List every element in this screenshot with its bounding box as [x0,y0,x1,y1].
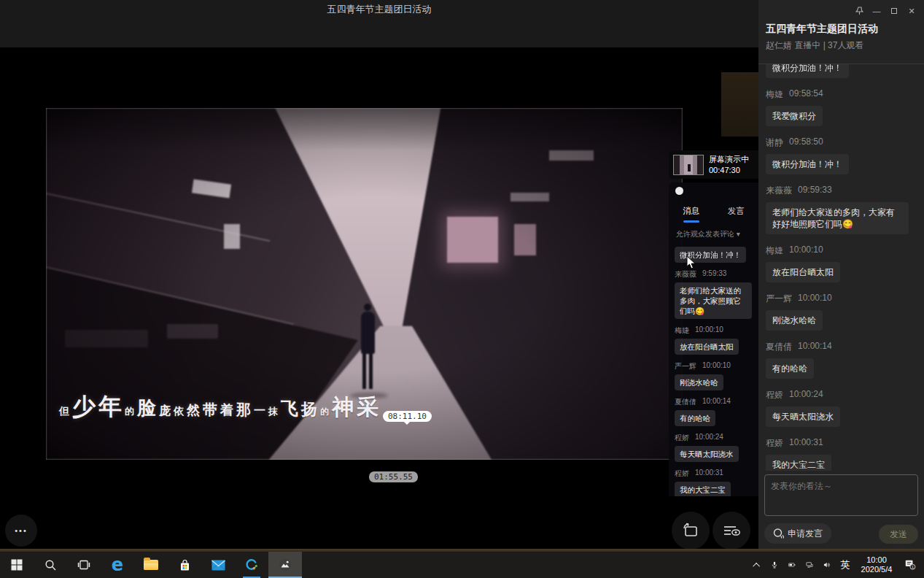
close-button[interactable]: ✕ [905,5,918,17]
message-time: 10:00:24 [695,433,723,443]
battery-tray-button[interactable] [784,552,800,578]
stream-title: 五四青年节主题团日活动 [766,23,878,36]
message-bubble: 每天晒太阳浇水 [675,446,739,462]
start-button[interactable] [0,552,34,578]
request-speak-button[interactable]: 申请发言 [764,523,831,544]
chat-message: 梅婕 10:00:10 放在阳台晒太阳 [766,244,917,282]
message-bubble: 有的哈哈 [675,410,715,426]
folder-icon [144,560,158,570]
windows-logo-icon [11,559,23,571]
sender-name: 严一辉 [766,293,792,305]
message-time: 10:00:10 [695,325,723,336]
message-time: 10:00:31 [789,437,823,450]
rotate-view-icon [682,523,699,539]
chat-message: 谢静 09:58:50 微积分加油！冲！ [766,136,917,174]
notification-center-button[interactable]: 1 [899,552,921,578]
ime-indicator[interactable]: 英 [836,552,854,578]
message-time: 10:00:31 [695,469,723,479]
sender-name: 来薇薇 [675,269,696,280]
share-preview-thumbnail [673,155,704,175]
message-bubble: 每天晒太阳浇水 [766,406,840,427]
tray-expand-button[interactable] [749,552,765,578]
tray-date: 2020/5/4 [860,565,893,574]
message-bubble: 微积分加油！冲！ [675,247,746,263]
sender-name: 梅婕 [766,244,783,257]
photo-live-icon [278,558,292,572]
chat-message: 程娇 10:00:24 每天晒太阳浇水 [675,433,753,462]
message-time: 9:59:33 [702,269,726,280]
floating-chat-panel: 消息 发言 允许观众发表评论 ▾ 微积分加油！冲！ 来薇薇 9:59:33 老师… [669,182,758,496]
task-view-icon [77,559,90,571]
status-dot-icon [675,187,683,195]
share-status-label: 屏幕演示中 [709,154,749,165]
search-button[interactable] [34,552,67,578]
sender-name: 程娇 [766,437,783,450]
tencent-meeting-button[interactable] [235,552,268,578]
store-button[interactable] [168,552,201,578]
edge-button[interactable]: e [101,552,134,578]
shared-screen-video[interactable]: 但少年的脸庞依然带着那一抹飞扬的神采 08:11.10 [46,108,683,460]
sender-name: 严一辉 [675,361,696,371]
switch-layout-button[interactable] [672,512,710,550]
message-bubble: 我的大宝二宝 [675,482,731,496]
battery-icon [788,560,796,570]
message-time: 10:00:14 [798,341,832,353]
network-icon [806,560,813,570]
message-bubble: 微积分加油！冲！ [766,154,849,174]
caret-down-icon: ▾ [737,230,740,238]
active-live-app-button[interactable] [268,552,302,578]
chevron-up-icon [753,562,760,569]
overlay-message-list[interactable]: 微积分加油！冲！ 来薇薇 9:59:33 老师们给大家送的多肉，大家照顾它们吗😋… [669,242,758,496]
chat-sidebar: — ✕ 五四青年节主题团日活动 赵仁婧 直播中 | 37人观看 微积分加油！冲！… [758,0,924,549]
volume-tray-button[interactable] [819,552,835,578]
message-bubble: 老师们给大家送的多肉，大家有好好地照顾它们吗😋 [766,202,909,234]
message-bubble: 有的哈哈 [766,358,814,379]
chat-visibility-button[interactable] [713,512,750,550]
file-explorer-button[interactable] [134,552,168,578]
sender-name: 谢静 [766,136,783,149]
mail-button[interactable] [201,552,235,578]
restore-button[interactable] [888,5,901,17]
chat-message: 来薇薇 09:59:33 老师们给大家送的多肉，大家有好好地照顾它们吗😋 [766,185,917,234]
comment-permission-dropdown[interactable]: 允许观众发表评论 ▾ [676,229,740,239]
chat-message: 严一辉 10:00:10 刚浇水哈哈 [766,293,917,331]
network-tray-button[interactable] [801,552,818,578]
app-window: 五四青年节主题团日活动 但少年的脸庞依然带着那一抹飞扬的神采 08:11.10 [0,0,924,578]
chat-message: 程娇 10:00:31 我的大宝二宝 [766,437,917,471]
sender-name: 夏倩倩 [675,397,696,407]
notification-badge: 1 [912,565,914,569]
chat-message: 微积分加油！冲！ [766,64,917,78]
request-speak-icon [773,528,784,539]
pin-button[interactable] [853,5,866,17]
tab-speak[interactable]: 发言 [728,206,745,217]
more-options-button[interactable]: ••• [5,515,37,547]
sender-name: 梅婕 [766,88,783,101]
chat-message: 程娇 10:00:24 每天晒太阳浇水 [766,389,917,427]
sender-name: 程娇 [675,433,689,443]
message-time: 10:00:14 [702,397,731,407]
sender-name: 来薇薇 [766,185,792,197]
chat-message: 程娇 10:00:31 我的大宝二宝 [675,469,753,496]
message-bubble: 放在阳台晒太阳 [675,339,739,355]
send-button[interactable]: 发送 [879,525,918,544]
store-bag-icon [179,559,191,571]
tab-messages[interactable]: 消息 [683,206,699,217]
taskbar-clock[interactable]: 10:00 2020/5/4 [855,555,898,575]
message-bubble: 我爱微积分 [766,106,823,126]
tencent-chat-icon [245,558,258,571]
ellipsis-icon: ••• [15,526,28,535]
chat-message-list[interactable]: 微积分加油！冲！ 梅婕 09:58:54 我爱微积分 谢静 09:58:50 微… [758,64,924,471]
message-bubble: 刚浇水哈哈 [766,310,823,331]
message-time: 10:00:10 [789,244,823,257]
comment-input[interactable] [764,474,918,516]
minimize-button[interactable]: — [870,5,883,17]
message-time: 09:58:50 [789,136,823,149]
meeting-title: 五四青年节主题团日活动 [0,3,758,16]
edge-icon: e [112,556,123,574]
seek-time-tooltip: 08:11.10 [383,411,432,422]
microphone-tray-button[interactable] [766,552,783,578]
message-time: 10:00:10 [798,293,832,305]
message-time: 09:59:33 [798,185,832,197]
task-view-button[interactable] [67,552,101,578]
message-bubble: 放在阳台晒太阳 [766,262,840,282]
